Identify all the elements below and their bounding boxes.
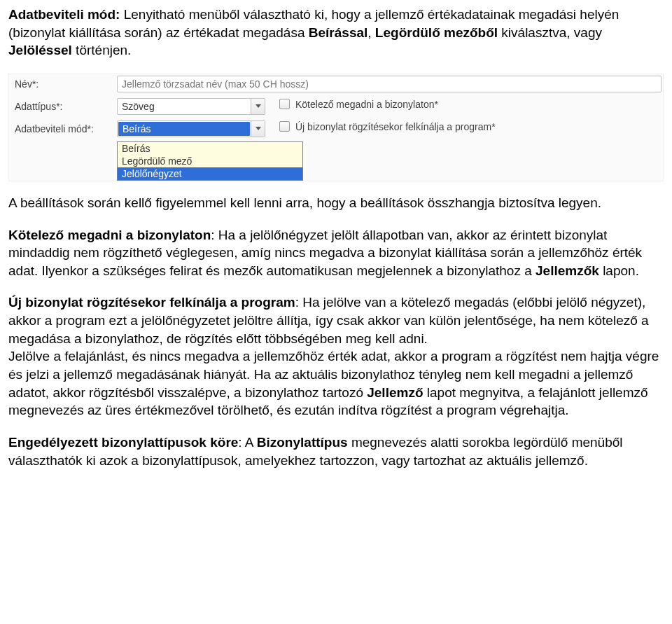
term-adatbeviteli-mod: Adatbeviteli mód:	[8, 7, 120, 22]
dropdown-adatbeviteli[interactable]: Beírás	[117, 120, 265, 137]
term-engedelyezett-kor: Engedélyezett bizonylattípusok köre	[8, 435, 238, 450]
term-jellemzok: Jellemzők	[536, 263, 599, 278]
term-kotelezo-megadni: Kötelező megadni a bizonylaton	[8, 228, 211, 242]
dropdown-item-legordulo[interactable]: Legördülő mező	[118, 155, 302, 167]
para-uj-bizonylat-felkinalja: Új bizonylat rögzítésekor felkínálja a p…	[8, 293, 664, 419]
dropdown-adattipus-value: Szöveg	[118, 101, 251, 112]
text: történjen.	[72, 43, 132, 57]
chevron-down-icon	[255, 104, 261, 108]
label-nev: Név*:	[9, 74, 117, 97]
chevron-down-icon	[255, 127, 261, 130]
dropdown-adatbeviteli-list: Beírás Legördülő mező Jelölőnégyzet	[117, 141, 303, 181]
para-engedelyezett-bizonylattipusok: Engedélyezett bizonylattípusok köre: A B…	[8, 434, 664, 469]
dropdown-adatbeviteli-arrow[interactable]	[251, 121, 265, 137]
row-adattipus: Adattípus*: Szöveg Kötelező megadni a bi…	[9, 97, 663, 119]
form-panel: Név*: Adattípus*: Szöveg Kötelező megadn…	[8, 74, 664, 181]
dropdown-adatbeviteli-value: Beírás	[118, 122, 250, 136]
checkbox-kotelezo[interactable]	[279, 99, 290, 109]
checkbox-area-felkinalja: Új bizonylat rögzítésekor felkínálja a p…	[279, 121, 496, 132]
text: ,	[368, 25, 375, 40]
dropdown-adattipus[interactable]: Szöveg	[117, 98, 265, 115]
term-jeloles: Jelöléssel	[8, 43, 72, 57]
label-adattipus: Adattípus*:	[9, 97, 117, 119]
checkbox-felkinalja[interactable]	[279, 121, 290, 132]
text: kiválasztva, vagy	[498, 25, 602, 40]
checkbox-kotelezo-label: Kötelező megadni a bizonylaton*	[295, 99, 438, 110]
term-legordulo: Legördülő mezőből	[375, 25, 498, 40]
checkbox-felkinalja-label: Új bizonylat rögzítésekor felkínálja a p…	[295, 121, 496, 132]
text: : A	[238, 435, 256, 450]
para-beallitasok-figyelem: A beállítások során kellő figyelemmel ke…	[8, 194, 664, 212]
right-cell-cb1: Kötelező megadni a bizonylaton*	[265, 97, 663, 119]
row-nev: Név*:	[9, 74, 663, 97]
term-beirassal: Beírással	[309, 25, 368, 40]
input-nev[interactable]	[117, 76, 662, 92]
label-adatbeviteli: Adatbeviteli mód*:	[9, 119, 117, 141]
term-uj-bizonylat-felkinalja: Új bizonylat rögzítésekor felkínálja a p…	[8, 295, 295, 310]
intro-adatbeviteli-mod: Adatbeviteli mód: Lenyitható menüből vál…	[8, 6, 664, 60]
term-bizonylattipus: Bizonylattípus	[257, 435, 348, 450]
para-kotelezo-megadni: Kötelező megadni a bizonylaton: Ha a jel…	[8, 226, 664, 280]
dropdown-adattipus-arrow[interactable]	[251, 99, 265, 114]
dropdown-item-beiras[interactable]: Beírás	[118, 142, 302, 155]
right-cell-cb2: Új bizonylat rögzítésekor felkínálja a p…	[265, 119, 663, 141]
checkbox-area-kotelezo: Kötelező megadni a bizonylaton*	[279, 99, 438, 110]
row-adatbeviteli: Adatbeviteli mód*: Beírás Új bizonylat r…	[9, 119, 663, 141]
term-jellemzo: Jellemző	[367, 385, 423, 400]
dropdown-item-jelolonegyzet[interactable]: Jelölőnégyzet	[118, 167, 302, 180]
text: lapon.	[599, 263, 639, 278]
